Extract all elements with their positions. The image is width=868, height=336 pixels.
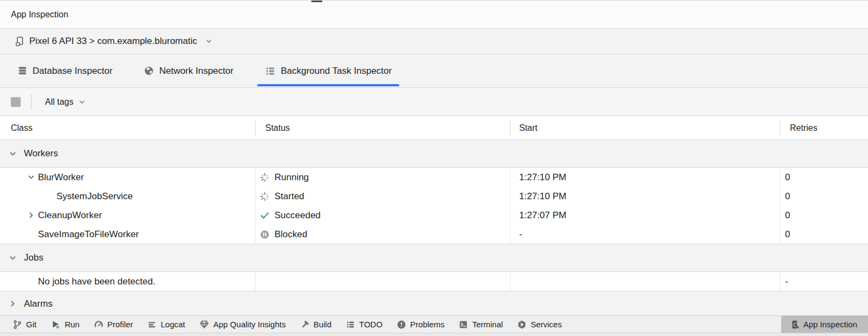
hammer-icon [300,320,310,329]
spinner-icon [260,192,270,201]
table-row[interactable]: SaveImageToFileWorker Blocked - 0 [0,225,868,244]
section-label: Jobs [24,252,43,263]
git-branch-icon [12,320,22,329]
device-selector[interactable]: Pixel 6 API 33 > com.example.bluromatic [0,29,868,54]
statusbar-item-label: TODO [359,320,382,329]
statusbar-item-services[interactable]: Services [510,316,569,333]
statusbar-item-label: Build [314,320,331,329]
column-header-class[interactable]: Class [0,121,255,136]
statusbar-item-label: Terminal [472,320,503,329]
chevron-right-icon[interactable] [25,211,37,219]
statusbar-item-git[interactable]: Git [5,316,43,333]
section-row-jobs[interactable]: Jobs [0,244,868,272]
services-icon [517,320,527,329]
problems-icon [397,320,406,329]
statusbar-item-label: Git [26,320,36,329]
worker-status: Started [275,191,304,202]
todo-list-icon [346,320,355,329]
statusbar-item-label: Logcat [161,320,185,329]
tab-background-task-inspector[interactable]: Background Task Inspector [257,54,399,87]
worker-retries: 0 [780,187,868,206]
statusbar-item-app-quality-insights[interactable]: App Quality Insights [192,316,292,333]
panel-title: App Inspection [11,10,68,20]
worker-start-time: 1:27:10 PM [510,168,780,187]
profiler-gauge-icon [94,320,104,329]
gem-icon [199,319,209,329]
device-icon [15,36,25,47]
worker-status: Succeeded [275,210,321,221]
empty-state-message: No jobs have been detected. [37,276,155,287]
section-row-alarms[interactable]: Alarms [0,291,868,316]
chevron-down-icon [78,98,86,106]
window-bottom-edge [0,333,868,336]
chevron-down-icon[interactable] [25,173,37,181]
task-list-icon [265,66,276,77]
statusbar-item-label: Problems [410,320,444,329]
chevron-down-icon[interactable] [9,150,17,158]
chevron-down-icon [205,37,213,45]
statusbar-item-label: App Quality Insights [213,320,285,329]
app-inspection-icon [790,320,800,329]
table-row: No jobs have been detected. - [0,272,868,291]
statusbar-item-label: Services [531,320,562,329]
column-header-retries[interactable]: Retries [780,121,868,136]
logcat-icon [147,320,157,329]
statusbar-item-label: Profiler [107,320,133,329]
blocked-icon [260,230,270,239]
statusbar-item-build[interactable]: Build [293,316,339,333]
all-tags-dropdown[interactable]: All tags [45,97,86,107]
tab-database-inspector[interactable]: Database Inspector [10,54,120,87]
statusbar-item-problems[interactable]: Problems [390,316,451,333]
worker-start-time: - [510,225,780,244]
section-row-workers[interactable]: Workers [0,140,868,168]
database-icon [17,66,28,76]
table-row[interactable]: BlurWorker Running 1:27:10 PM 0 [0,168,868,187]
globe-icon [144,66,154,76]
worker-class: BlurWorker [37,172,84,183]
column-header-start[interactable]: Start [510,121,780,136]
table-row[interactable]: CleanupWorker Succeeded 1:27:07 PM 0 [0,206,868,225]
active-tab-underline [257,84,399,86]
worker-status: Running [275,172,309,183]
success-icon [260,211,270,220]
worker-class: SystemJobService [55,191,133,202]
statusbar-item-app-inspection[interactable]: App Inspection [781,316,868,333]
tab-network-inspector[interactable]: Network Inspector [136,54,241,87]
all-tags-label: All tags [45,97,73,107]
worker-class: CleanupWorker [37,210,102,221]
statusbar-item-label: App Inspection [803,320,857,329]
panel-header: App Inspection [0,1,868,29]
chevron-down-icon[interactable] [9,254,17,262]
tab-label: Database Inspector [33,66,112,77]
section-label: Workers [24,148,58,159]
chevron-right-icon[interactable] [9,300,17,308]
worker-status: Blocked [275,229,307,240]
app-inspection-tool-window: App Inspection Pixel 6 API 33 > com.exam… [0,0,868,336]
worker-retries: 0 [780,206,868,225]
tag-color-swatch-icon [11,97,21,107]
column-header-status[interactable]: Status [255,121,510,136]
statusbar-item-profiler[interactable]: Profiler [87,316,141,333]
status-bar: Git Run Profiler Logcat App Quality Insi… [0,315,868,333]
table-row[interactable]: SystemJobService Started 1:27:10 PM 0 [0,187,868,206]
worker-start-time: 1:27:07 PM [510,206,780,225]
terminal-icon [458,320,468,329]
worker-retries: 0 [780,225,868,244]
inspector-tabs: Database Inspector Network Inspector Bac… [0,54,868,88]
statusbar-item-logcat[interactable]: Logcat [140,316,192,333]
device-selector-label: Pixel 6 API 33 > com.example.bluromatic [29,36,197,47]
tab-label: Network Inspector [159,66,233,77]
toolbar-separator [31,94,31,110]
statusbar-item-terminal[interactable]: Terminal [451,316,510,333]
worker-start-time: 1:27:10 PM [510,187,780,206]
worker-retries: 0 [780,168,868,187]
table-header: Class Status Start Retries [0,116,868,140]
worker-retries: - [780,272,868,291]
top-divider-tick [311,1,322,2]
statusbar-item-todo[interactable]: TODO [339,316,390,333]
spinner-icon [260,173,270,182]
run-icon [50,319,61,329]
tab-label: Background Task Inspector [280,66,392,77]
statusbar-item-run[interactable]: Run [43,316,87,333]
statusbar-item-label: Run [65,320,80,329]
